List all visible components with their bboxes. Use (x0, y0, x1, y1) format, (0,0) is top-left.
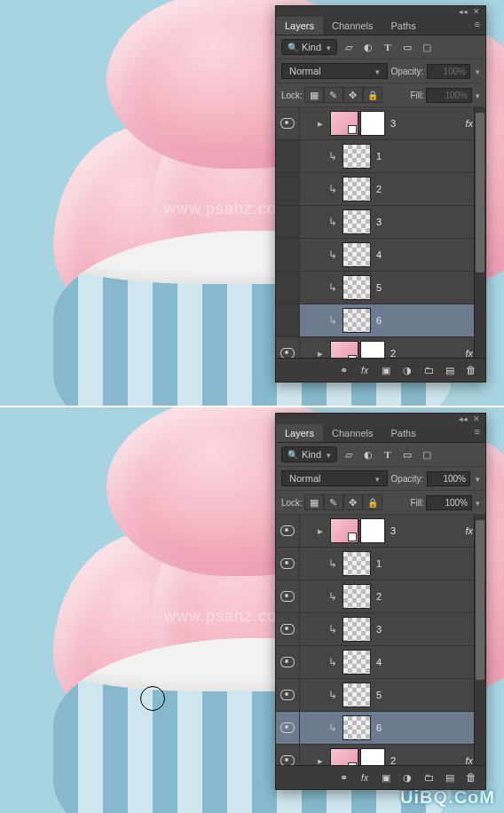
layer-thumbnail[interactable] (343, 551, 371, 576)
layer-name-label[interactable]: 1 (376, 151, 382, 162)
layer-name-label[interactable]: 5 (376, 690, 382, 700)
delete-layer-icon[interactable] (462, 362, 480, 378)
scrollbar-thumb[interactable] (476, 520, 484, 680)
blend-mode-select[interactable]: Normal (281, 470, 388, 486)
chevron-down-icon[interactable] (474, 497, 480, 508)
layer-row[interactable]: ↳1 (276, 140, 485, 173)
layer-name-label[interactable]: 2 (390, 348, 396, 358)
filter-pixel-icon[interactable] (341, 447, 357, 462)
layer-thumbnail[interactable] (343, 715, 371, 740)
visibility-toggle[interactable] (276, 548, 300, 580)
layer-name-label[interactable]: 1 (376, 558, 382, 569)
opacity-input[interactable]: 100% (427, 64, 470, 79)
add-mask-icon[interactable] (377, 362, 395, 378)
lock-all-icon[interactable] (363, 87, 382, 103)
lock-pixels-icon[interactable] (324, 87, 343, 103)
filter-adjust-icon[interactable] (360, 447, 376, 462)
chevron-down-icon[interactable] (474, 90, 480, 100)
visibility-toggle[interactable] (276, 580, 300, 612)
layer-name-label[interactable]: 3 (390, 118, 396, 129)
link-layers-icon[interactable] (335, 770, 352, 785)
layer-thumbnail[interactable] (343, 650, 371, 675)
layer-row[interactable]: ↳5 (276, 679, 485, 712)
layer-thumbnail[interactable] (330, 341, 358, 358)
visibility-toggle[interactable] (276, 173, 300, 205)
mask-thumbnail[interactable] (360, 748, 385, 765)
tab-channels[interactable]: Channels (323, 424, 382, 442)
layer-name-label[interactable]: 5 (376, 282, 382, 293)
filter-smart-icon[interactable] (419, 447, 435, 462)
new-group-icon[interactable] (420, 770, 437, 785)
visibility-toggle[interactable] (276, 712, 300, 744)
filter-type-icon[interactable] (380, 447, 396, 462)
filter-smart-icon[interactable] (419, 40, 435, 54)
layer-thumbnail[interactable] (330, 518, 358, 543)
filter-kind-select[interactable]: Kind (281, 446, 337, 462)
visibility-toggle[interactable] (276, 140, 300, 172)
expand-arrow-icon[interactable]: ▸ (316, 348, 325, 359)
chevron-down-icon[interactable] (474, 66, 480, 76)
new-fill-icon[interactable] (398, 770, 416, 785)
panel-collapse-icon[interactable]: ◂◂ (459, 7, 468, 16)
panel-collapse-icon[interactable]: ◂◂ (459, 414, 468, 423)
layer-name-label[interactable]: 2 (390, 755, 396, 765)
layer-name-label[interactable]: 2 (376, 591, 382, 602)
layer-row[interactable]: ▸2fx (276, 337, 485, 358)
filter-kind-select[interactable]: Kind (281, 39, 337, 55)
lock-position-icon[interactable] (343, 494, 363, 510)
visibility-toggle[interactable] (276, 679, 300, 711)
lock-transparency-icon[interactable] (304, 87, 324, 103)
tab-channels[interactable]: Channels (323, 17, 382, 35)
expand-arrow-icon[interactable]: ▸ (316, 525, 325, 537)
layer-row[interactable]: ▸3fx (276, 107, 485, 140)
layer-thumbnail[interactable] (343, 242, 371, 267)
layer-thumbnail[interactable] (343, 683, 371, 707)
tab-paths[interactable]: Paths (382, 424, 425, 442)
filter-type-icon[interactable] (380, 40, 396, 54)
filter-pixel-icon[interactable] (341, 40, 357, 54)
layer-style-icon[interactable] (356, 770, 374, 785)
lock-all-icon[interactable] (363, 494, 382, 510)
delete-layer-icon[interactable] (462, 770, 480, 785)
panel-menu-icon[interactable]: ≡ (469, 17, 485, 35)
tab-layers[interactable]: Layers (276, 17, 323, 35)
filter-adjust-icon[interactable] (360, 40, 376, 54)
layer-name-label[interactable]: 6 (376, 315, 382, 326)
filter-shape-icon[interactable] (399, 40, 415, 54)
layer-name-label[interactable]: 6 (376, 722, 382, 733)
filter-shape-icon[interactable] (399, 447, 415, 462)
layer-thumbnail[interactable] (330, 111, 358, 136)
layer-name-label[interactable]: 3 (376, 624, 382, 635)
new-layer-icon[interactable] (441, 770, 459, 785)
panel-close-icon[interactable]: ✕ (473, 414, 480, 423)
lock-transparency-icon[interactable] (304, 494, 324, 510)
layer-thumbnail[interactable] (343, 275, 371, 300)
visibility-toggle[interactable] (276, 515, 300, 547)
new-group-icon[interactable] (420, 362, 437, 378)
layer-thumbnail[interactable] (343, 617, 371, 642)
visibility-toggle[interactable] (276, 337, 300, 358)
layer-thumbnail[interactable] (330, 748, 358, 765)
link-layers-icon[interactable] (335, 362, 352, 378)
new-fill-icon[interactable] (398, 362, 416, 378)
new-layer-icon[interactable] (441, 362, 459, 378)
fill-input[interactable]: 100% (426, 495, 472, 510)
add-mask-icon[interactable] (377, 770, 395, 785)
layer-row[interactable]: ↳5 (276, 272, 485, 304)
layer-name-label[interactable]: 4 (376, 657, 382, 667)
layer-thumbnail[interactable] (343, 177, 371, 201)
layer-thumbnail[interactable] (343, 308, 371, 333)
layer-row[interactable]: ↳3 (276, 206, 485, 239)
layer-name-label[interactable]: 2 (376, 184, 382, 194)
panel-menu-icon[interactable]: ≡ (469, 424, 485, 442)
mask-thumbnail[interactable] (360, 341, 385, 358)
layer-thumbnail[interactable] (343, 584, 371, 609)
visibility-toggle[interactable] (276, 239, 300, 271)
visibility-toggle[interactable] (276, 272, 300, 304)
layer-row[interactable]: ↳2 (276, 580, 485, 613)
visibility-toggle[interactable] (276, 745, 300, 765)
layer-thumbnail[interactable] (343, 144, 371, 169)
layer-row[interactable]: ↳6 (276, 712, 485, 745)
tab-paths[interactable]: Paths (382, 17, 425, 35)
lock-position-icon[interactable] (343, 87, 363, 103)
